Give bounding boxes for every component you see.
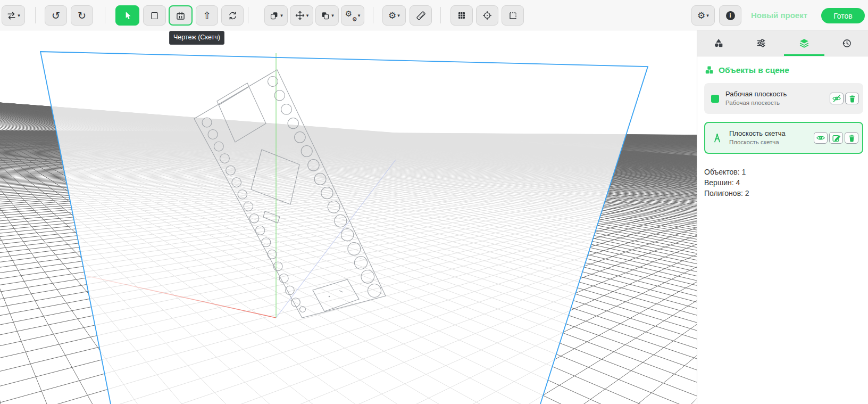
- gear-icon: ⚙: [388, 11, 396, 20]
- object-title: Рабочая плоскость: [725, 90, 830, 99]
- toolbar-divider: [248, 7, 248, 23]
- move-dropdown-button[interactable]: ▾: [290, 5, 313, 26]
- layers-icon: [798, 37, 810, 49]
- select-tool-button[interactable]: [115, 5, 139, 26]
- pcb-dot: [329, 296, 330, 298]
- object-card-text: Рабочая плоскость Рабочая плоскость: [725, 90, 830, 107]
- sketch-board-icon: [175, 10, 186, 21]
- settings-dropdown-button[interactable]: ⚙ ▾: [382, 5, 406, 26]
- chevron-down-icon: ▾: [358, 13, 361, 18]
- refresh-icon: [228, 11, 238, 21]
- redo-button[interactable]: ↻: [71, 5, 93, 26]
- sketch-tool-tooltip: Чертеж (Скетч): [169, 31, 224, 45]
- toolbar-divider: [105, 7, 105, 23]
- undo-button[interactable]: ↺: [45, 5, 67, 26]
- toolbar-divider: [373, 7, 373, 23]
- chevron-down-icon: ▾: [706, 13, 709, 18]
- delete-object-button[interactable]: [845, 132, 858, 144]
- right-sidebar: Объекты в сцене Рабочая плоскость Рабоча…: [697, 30, 868, 404]
- trash-icon: [847, 134, 856, 143]
- object-title: Плоскость скетча: [729, 129, 814, 138]
- tab-scene-objects[interactable]: [783, 30, 825, 56]
- transfer-dropdown-button[interactable]: ▾: [2, 5, 25, 26]
- dashed-frame-icon: [508, 11, 518, 21]
- selection-frame-button[interactable]: [502, 5, 524, 26]
- info-icon: i: [726, 11, 735, 20]
- plane-square-icon: [711, 95, 719, 103]
- done-button[interactable]: Готов: [821, 8, 865, 23]
- target-icon: [482, 10, 493, 21]
- stat-polygons: Полигонов: 2: [704, 188, 868, 199]
- object-actions: [814, 132, 858, 144]
- operations-dropdown-button[interactable]: ⚙⚙ ▾: [341, 5, 364, 26]
- scene-objects-title: Объекты в сцене: [719, 65, 789, 75]
- arrow-up-button[interactable]: ⇧: [196, 5, 218, 26]
- undo-icon: ↺: [52, 11, 60, 21]
- gears-icon: ⚙⚙: [345, 10, 357, 21]
- sidebar-tabs: [697, 30, 868, 56]
- redo-icon: ↻: [78, 11, 86, 21]
- shapes-icon: [713, 37, 724, 49]
- eye-icon: [815, 133, 826, 143]
- sliders-icon: [755, 37, 767, 49]
- chevron-down-icon: ▾: [280, 13, 283, 18]
- hide-object-button[interactable]: [830, 93, 844, 104]
- object-subtitle: Плоскость скетча: [729, 138, 814, 146]
- cursor-icon: [122, 10, 133, 21]
- copy-icon: [269, 11, 279, 21]
- refresh-button[interactable]: [221, 5, 244, 26]
- pencil-square-icon: [831, 133, 841, 143]
- object-actions: [830, 93, 859, 104]
- cubes-icon: [704, 65, 714, 75]
- sketch-compass-icon: [712, 133, 723, 144]
- scene-canvas[interactable]: [0, 30, 697, 404]
- clone-dropdown-button[interactable]: ▾: [315, 5, 339, 26]
- viewport-3d[interactable]: [0, 30, 697, 404]
- square-icon: [151, 12, 158, 19]
- trash-icon: [848, 94, 857, 103]
- history-icon: [841, 37, 853, 49]
- show-object-button[interactable]: [814, 132, 828, 144]
- toolbar-divider: [440, 7, 441, 23]
- ruler-icon: [415, 10, 427, 21]
- app-settings-dropdown-button[interactable]: ⚙ ▾: [691, 5, 715, 26]
- object-subtitle: Рабочая плоскость: [725, 99, 830, 107]
- grid-toggle-button[interactable]: [450, 5, 473, 26]
- copy-dropdown-button[interactable]: ▾: [264, 5, 288, 26]
- info-button[interactable]: i: [719, 5, 741, 26]
- chevron-down-icon: ▾: [397, 13, 400, 18]
- marquee-tool-button[interactable]: [143, 5, 166, 26]
- measure-button[interactable]: [410, 5, 432, 26]
- stat-objects: Объектов: 1: [704, 167, 868, 177]
- grid-icon: [457, 11, 466, 20]
- object-card-text: Плоскость скетча Плоскость скетча: [729, 129, 814, 146]
- clone-icon: [320, 11, 330, 21]
- arrow-up-icon: ⇧: [203, 11, 211, 21]
- chevron-down-icon: ▾: [306, 13, 309, 18]
- toolbar-divider: [35, 7, 36, 23]
- sketch-tool-button[interactable]: [169, 5, 193, 26]
- transfer-icon: [6, 11, 16, 21]
- origin-button[interactable]: [476, 5, 498, 26]
- chevron-down-icon: ▾: [331, 13, 334, 18]
- gear-icon: ⚙: [697, 11, 705, 20]
- chevron-down-icon: ▾: [18, 13, 20, 18]
- main-toolbar: ▾ ↺ ↻ ⇧: [0, 0, 868, 30]
- stat-vertices: Вершин: 4: [704, 177, 868, 188]
- move-icon: [295, 10, 305, 21]
- edit-object-button[interactable]: [829, 132, 843, 144]
- project-name[interactable]: Новый проект: [744, 0, 815, 30]
- scene-stats: Объектов: 1 Вершин: 4 Полигонов: 2: [704, 167, 868, 199]
- tab-properties[interactable]: [740, 30, 782, 56]
- object-card-work-plane[interactable]: Рабочая плоскость Рабочая плоскость: [704, 83, 863, 114]
- object-card-sketch-plane[interactable]: Плоскость скетча Плоскость скетча: [704, 122, 863, 154]
- scene-objects-header: Объекты в сцене: [704, 65, 868, 75]
- delete-object-button[interactable]: [845, 93, 859, 104]
- tab-shapes[interactable]: [697, 30, 740, 56]
- tab-history[interactable]: [825, 30, 868, 56]
- eye-slash-icon: [831, 93, 842, 104]
